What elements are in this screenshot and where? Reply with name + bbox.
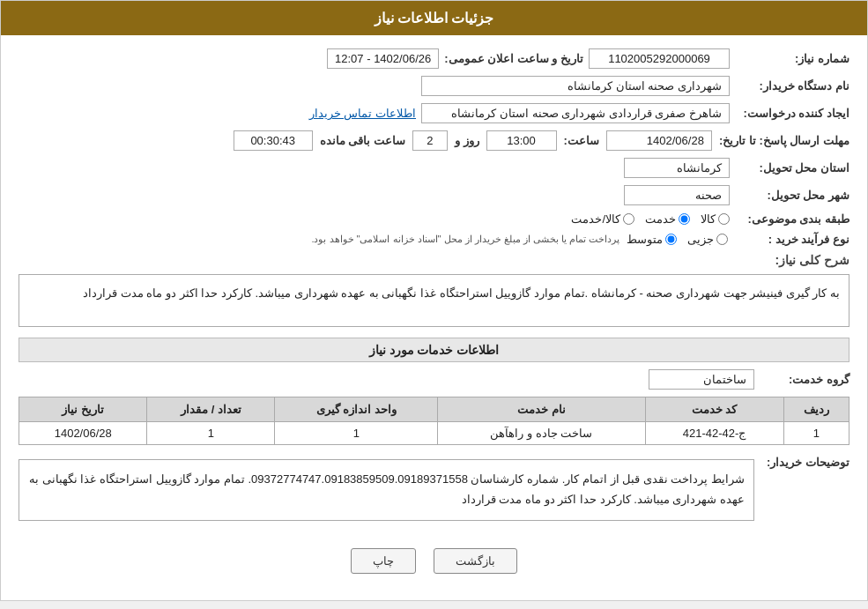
date-value: 1402/06/26 - 12:07 xyxy=(327,48,439,69)
category-khedmat-label: خدمت xyxy=(645,212,676,226)
process-jazyi-label: جزیی xyxy=(687,233,714,246)
table-cell-date: 1402/06/28 xyxy=(19,422,147,445)
col-row-num: ردیف xyxy=(783,397,849,422)
table-row: 1ج-42-42-421ساخت جاده و راهآهن111402/06/… xyxy=(19,422,849,445)
city-value: صحنه xyxy=(624,185,730,205)
button-row: بازگشت چاپ xyxy=(19,535,849,587)
category-label: طبقه بندی موضوعی: xyxy=(735,212,849,226)
buyer-notes-label: توضیحات خریدار: xyxy=(761,452,849,469)
need-number-value: 1102005292000069 xyxy=(589,48,730,69)
col-unit: واحد اندازه گیری xyxy=(275,397,438,422)
process-note: پرداخت تمام یا بخشی از مبلغ خریدار از مح… xyxy=(311,234,619,245)
process-jazyi-item: جزیی xyxy=(687,233,728,246)
province-label: استان محل تحویل: xyxy=(735,161,849,175)
content-area: شماره نیاز: 1102005292000069 تاریخ و ساع… xyxy=(1,35,867,600)
category-kala-khedmat-radio[interactable] xyxy=(623,213,634,225)
group-value: ساختمان xyxy=(649,369,754,390)
category-kala-label: کالا xyxy=(701,212,716,226)
process-type-row: نوع فرآیند خرید : جزیی متوسط پرداخت تمام… xyxy=(19,233,849,246)
need-number-label: شماره نیاز: xyxy=(735,52,849,65)
date-label: تاریخ و ساعت اعلان عمومی: xyxy=(444,52,583,65)
category-kala-item: کالا xyxy=(701,212,730,226)
buyer-notes-row: توضیحات خریدار: شرایط پرداخت نقدی قبل از… xyxy=(19,452,849,528)
category-row: طبقه بندی موضوعی: کالا خدمت کالا/خدمت xyxy=(19,212,849,226)
page-header: جزئیات اطلاعات نیاز xyxy=(1,1,867,35)
buyer-notes-box: شرایط پرداخت نقدی قبل از اتمام کار. شمار… xyxy=(19,459,754,521)
contact-link[interactable]: اطلاعات تماس خریدار xyxy=(309,107,416,120)
city-row: شهر محل تحویل: صحنه xyxy=(19,185,849,205)
buyer-org-label: نام دستگاه خریدار: xyxy=(735,79,849,93)
process-motavaset-radio[interactable] xyxy=(665,234,677,245)
need-number-row: شماره نیاز: 1102005292000069 تاریخ و ساع… xyxy=(19,48,849,69)
buyer-org-row: نام دستگاه خریدار: شهرداری صحنه استان کر… xyxy=(19,76,849,96)
process-jazyi-radio[interactable] xyxy=(716,234,728,245)
service-info-section-header: اطلاعات خدمات مورد نیاز xyxy=(19,338,849,362)
deadline-time-label: ساعت: xyxy=(564,134,599,147)
province-row: استان محل تحویل: کرمانشاه xyxy=(19,158,849,178)
process-radio-group: جزیی متوسط xyxy=(627,233,728,246)
group-label: گروه خدمت: xyxy=(761,373,849,386)
process-motavaset-item: متوسط xyxy=(627,233,677,246)
creator-row: ایجاد کننده درخواست: شاهرخ صفری قراردادی… xyxy=(19,103,849,123)
table-cell-quantity: 1 xyxy=(147,422,275,445)
page-container: جزئیات اطلاعات نیاز شماره نیاز: 11020052… xyxy=(0,0,868,601)
description-section-label: شرح کلی نیاز: xyxy=(735,253,849,267)
group-row: گروه خدمت: ساختمان xyxy=(19,369,849,390)
category-radio-group: کالا خدمت کالا/خدمت xyxy=(571,212,730,226)
table-cell-code: ج-42-42-421 xyxy=(645,422,783,445)
description-text: به کار گیری فینیشر جهت شهرداری صحنه - کر… xyxy=(83,286,840,300)
deadline-remaining-label: ساعت باقی مانده xyxy=(320,134,405,147)
col-code: کد خدمت xyxy=(645,397,783,422)
service-info-label: اطلاعات خدمات مورد نیاز xyxy=(369,343,500,357)
col-quantity: تعداد / مقدار xyxy=(147,397,275,422)
table-cell-name: ساخت جاده و راهآهن xyxy=(438,422,645,445)
buyer-org-value: شهرداری صحنه استان کرمانشاه xyxy=(421,76,730,96)
deadline-remaining: 00:30:43 xyxy=(234,130,313,151)
print-button[interactable]: چاپ xyxy=(351,548,416,574)
description-box: به کار گیری فینیشر جهت شهرداری صحنه - کر… xyxy=(19,274,849,327)
deadline-days-label: روز و xyxy=(455,134,479,147)
col-date: تاریخ نیاز xyxy=(19,397,147,422)
province-value: کرمانشاه xyxy=(624,158,730,178)
deadline-label: مهلت ارسال پاسخ: تا تاریخ: xyxy=(719,134,849,147)
category-kala-khedmat-label: کالا/خدمت xyxy=(571,212,620,226)
creator-value: شاهرخ صفری قراردادی شهرداری صحنه استان ک… xyxy=(421,103,730,123)
process-motavaset-label: متوسط xyxy=(627,233,663,246)
description-section-label-row: شرح کلی نیاز: xyxy=(19,253,849,267)
services-table: ردیف کد خدمت نام خدمت واحد اندازه گیری ت… xyxy=(19,397,849,445)
deadline-row: مهلت ارسال پاسخ: تا تاریخ: 1402/06/28 سا… xyxy=(19,130,849,151)
page-title: جزئیات اطلاعات نیاز xyxy=(375,11,494,26)
table-cell-row: 1 xyxy=(783,422,849,445)
process-label: نوع فرآیند خرید : xyxy=(735,233,849,246)
deadline-days: 2 xyxy=(412,130,448,151)
deadline-time: 13:00 xyxy=(486,130,557,151)
deadline-date: 1402/06/28 xyxy=(606,130,712,151)
city-label: شهر محل تحویل: xyxy=(735,189,849,202)
category-kala-khedmat-item: کالا/خدمت xyxy=(571,212,634,226)
creator-label: ایجاد کننده درخواست: xyxy=(735,107,849,120)
back-button[interactable]: بازگشت xyxy=(434,548,517,574)
category-khedmat-radio[interactable] xyxy=(679,213,690,225)
table-cell-unit: 1 xyxy=(275,422,438,445)
category-khedmat-item: خدمت xyxy=(645,212,690,226)
category-kala-radio[interactable] xyxy=(718,213,730,225)
col-name: نام خدمت xyxy=(438,397,645,422)
buyer-notes-text: شرایط پرداخت نقدی قبل از اتمام کار. شمار… xyxy=(29,472,745,506)
